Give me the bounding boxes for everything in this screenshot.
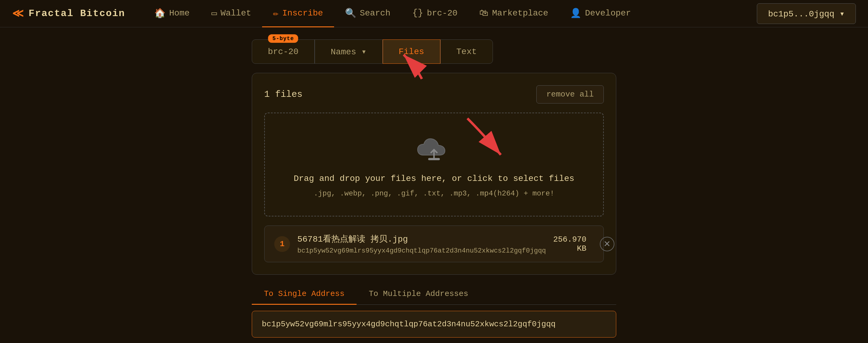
file-remove-button[interactable]: ✕ [600,237,614,251]
tab-files-label: Files [399,47,424,57]
marketplace-icon: 🛍 [479,8,488,19]
main-content: 5-byte brc-20 Names ▾ Files Text 1 files… [0,27,868,343]
tab-names-label: Names ▾ [331,46,367,57]
dropzone-text: Drag and drop your files here, or click … [294,174,574,183]
tab-text[interactable]: Text [440,39,493,64]
tab-names[interactable]: Names ▾ [315,39,383,64]
logo-arrow-left: ≪ [12,7,24,20]
tab-single-address[interactable]: To Single Address [252,284,356,305]
file-size-value: 256.970 [553,235,586,244]
nav-items: 🏠 Home ▭ Wallet ✏️ Inscribe 🔍 Search {} … [143,0,757,27]
nav-item-developer-label: Developer [585,8,631,18]
pencil-icon: ✏️ [273,8,279,19]
navigation: ≪ Fractal Bitcoin 🏠 Home ▭ Wallet ✏️ Ins… [0,0,868,27]
nav-item-home-label: Home [169,8,189,18]
tab-brc20[interactable]: 5-byte brc-20 [252,39,315,64]
tab-text-label: Text [457,47,477,57]
dropzone-formats: .jpg, .webp, .png, .gif, .txt, .mp3, .mp… [314,190,554,198]
nav-item-marketplace[interactable]: 🛍 Marketplace [468,0,559,27]
search-icon: 🔍 [345,8,356,19]
inscribe-panel: 5-byte brc-20 Names ▾ Files Text 1 files… [252,39,616,343]
wallet-icon: ▭ [211,8,217,19]
svg-rect-0 [428,158,440,160]
nav-item-search[interactable]: 🔍 Search [334,0,402,27]
file-name: 56781看热点解读 拷贝.jpg [297,233,546,245]
address-tabs: To Single Address To Multiple Addresses [252,284,616,305]
remove-all-button[interactable]: remove all [536,85,604,104]
tab-brc20-label: brc-20 [268,47,299,57]
tab-row: 5-byte brc-20 Names ▾ Files Text [252,39,616,64]
nav-item-inscribe[interactable]: ✏️ Inscribe [262,0,334,27]
developer-icon: 👤 [570,8,581,19]
address-section: To Single Address To Multiple Addresses [252,284,616,338]
nav-item-brc20-label: brc-20 [427,8,457,18]
brc20-icon: {} [412,8,423,18]
file-wallet-address: bc1p5yw52vg69mlrs95yyx4gd9chqtlqp76at2d3… [297,247,546,255]
address-input[interactable] [252,311,616,338]
nav-item-marketplace-label: Marketplace [492,8,548,18]
nav-item-home[interactable]: 🏠 Home [143,0,200,27]
nav-item-wallet-label: Wallet [220,8,251,18]
nav-item-developer[interactable]: 👤 Developer [559,0,642,27]
file-number: 1 [274,236,290,252]
wallet-address: bc1p5...0jgqq ▾ [768,8,845,19]
nav-item-wallet[interactable]: ▭ Wallet [200,0,262,27]
file-size-unit: KB [577,244,586,253]
files-section: 1 files remove all Drag and drop your fi… [252,73,616,275]
tab-files[interactable]: Files [383,39,440,64]
logo-icon: ≪ [12,7,24,20]
logo[interactable]: ≪ Fractal Bitcoin [12,7,125,20]
wallet-connect-button[interactable]: bc1p5...0jgqq ▾ [757,3,856,24]
nav-item-brc20[interactable]: {} brc-20 [401,0,468,27]
upload-cloud-icon [416,131,452,168]
file-size: 256.970 KB [553,235,586,253]
nav-item-search-label: Search [360,8,391,18]
nav-item-inscribe-label: Inscribe [282,8,323,18]
logo-text: Fractal Bitcoin [29,8,125,19]
tab-multiple-addresses[interactable]: To Multiple Addresses [356,284,480,305]
file-dropzone[interactable]: Drag and drop your files here, or click … [264,113,604,216]
brc20-badge: 5-byte [268,34,298,43]
file-item: 1 56781看热点解读 拷贝.jpg bc1p5yw52vg69mlrs95y… [264,226,604,262]
files-count: 1 files [264,89,303,100]
file-info: 56781看热点解读 拷贝.jpg bc1p5yw52vg69mlrs95yyx… [297,233,546,255]
home-icon: 🏠 [154,8,165,19]
section-header: 1 files remove all [264,85,604,104]
